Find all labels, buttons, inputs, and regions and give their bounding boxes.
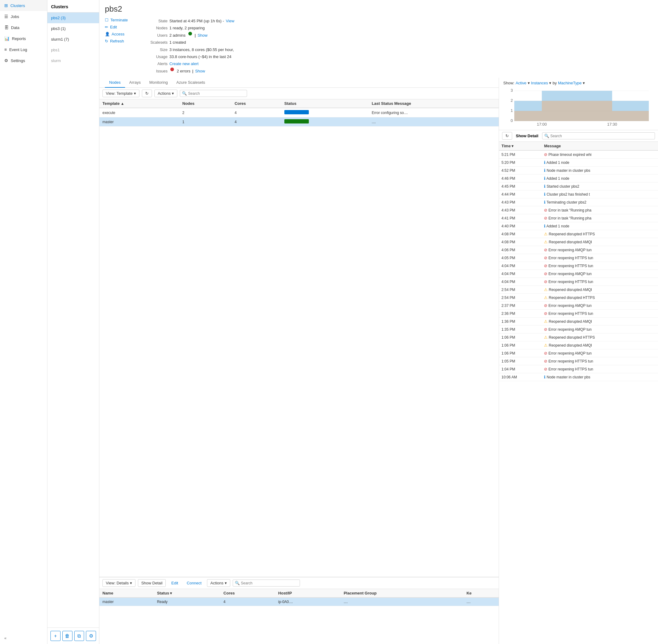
alerts-create-link[interactable]: Create new alert xyxy=(169,60,199,67)
sidebar-item-jobs[interactable]: ☰ Jobs xyxy=(0,11,47,22)
sidebar-item-data[interactable]: 🗄 Data xyxy=(0,22,47,33)
tab-nodes[interactable]: Nodes xyxy=(105,78,125,88)
list-item[interactable]: 4:06 PM ⊘ Error reopening AMQP tun xyxy=(499,246,658,254)
list-item[interactable]: 4:08 PM ⚠ Reopened disrupted HTTPS xyxy=(499,230,658,238)
sidebar-item-settings[interactable]: ⚙ Settings xyxy=(0,55,47,66)
chart-machinetype-link[interactable]: MachineType xyxy=(558,81,582,85)
table-row[interactable]: execute 2 4 Error configuring so.... xyxy=(99,108,499,117)
cluster-item-slurm[interactable]: slurm xyxy=(47,55,99,66)
connect-button[interactable]: Connect xyxy=(184,579,205,586)
add-cluster-button[interactable]: + xyxy=(50,631,61,641)
show-detail-button[interactable]: Show Detail xyxy=(138,579,166,587)
list-item[interactable]: 2:36 PM ⊘ Error reopening HTTPS tun xyxy=(499,309,658,318)
list-item[interactable]: 4:44 PM ℹ Cluster pbs2 has finished t xyxy=(499,190,658,198)
list-item[interactable]: 4:40 PM ℹ Added 1 node xyxy=(499,222,658,230)
list-item[interactable]: 2:54 PM ⚠ Reopened disrupted HTTPS xyxy=(499,294,658,302)
list-item[interactable]: 4:52 PM ℹ Node master in cluster pbs xyxy=(499,166,658,175)
chart-instances-link[interactable]: Instances xyxy=(531,81,548,85)
chart-active-link[interactable]: Active xyxy=(516,81,526,85)
sidebar-item-eventlog[interactable]: ≡ Event Log xyxy=(0,44,47,55)
chart-svg-container: 3 2 1 0 17:00 xyxy=(503,87,654,127)
sidebar-item-clusters[interactable]: ⊞ Clusters xyxy=(0,0,47,11)
list-item[interactable]: 4:45 PM ℹ Started cluster pbs2 xyxy=(499,182,658,190)
list-item[interactable]: 1:06 PM ⚠ Reopened disrupted AMQI xyxy=(499,341,658,349)
issues-show-link[interactable]: Show xyxy=(195,68,205,74)
cluster-settings-button[interactable]: ⚙ xyxy=(86,631,96,641)
lower-col-host[interactable]: Host/IP xyxy=(275,589,341,598)
list-item[interactable]: 1:36 PM ⚠ Reopened disrupted AMQI xyxy=(499,318,658,325)
info-icon: ℹ xyxy=(544,375,545,379)
cluster-item-pbs3[interactable]: pbs3 (1) xyxy=(47,23,99,34)
list-item[interactable]: 2:54 PM ⚠ Reopened disrupted AMQI xyxy=(499,286,658,294)
list-item[interactable]: 4:04 PM ⊘ Error reopening HTTPS tun xyxy=(499,262,658,270)
col-nodes[interactable]: Nodes xyxy=(179,99,231,108)
list-item[interactable]: 5:20 PM ℹ Added 1 node xyxy=(499,159,658,166)
lower-edit-button[interactable]: Edit xyxy=(168,579,181,586)
list-item[interactable]: 4:43 PM ⊘ Error in task "Running pha xyxy=(499,206,658,214)
access-button[interactable]: 👤 Access xyxy=(105,31,138,37)
event-time: 1:05 PM xyxy=(499,357,542,365)
lower-col-cores[interactable]: Cores xyxy=(221,589,275,598)
lower-search-input[interactable] xyxy=(241,581,298,585)
status-indicator xyxy=(285,110,309,114)
sidebar-collapse-button[interactable]: « xyxy=(0,632,47,644)
view-template-button[interactable]: View: Template ▾ xyxy=(103,90,139,97)
table-row[interactable]: master Ready 4 ip-0A0.... .... .... xyxy=(99,598,499,606)
event-search-input[interactable] xyxy=(550,134,653,138)
event-col-message[interactable]: Message xyxy=(542,142,658,151)
list-item[interactable]: 4:05 PM ⊘ Error reopening HTTPS tun xyxy=(499,254,658,262)
col-template[interactable]: Template ▲ xyxy=(99,99,179,108)
event-time: 5:21 PM xyxy=(499,151,542,159)
delete-cluster-button[interactable]: 🗑 xyxy=(62,631,72,641)
list-item[interactable]: 4:04 PM ⊘ Error reopening HTTPS tun xyxy=(499,278,658,286)
refresh-button[interactable]: ↻ Refresh xyxy=(105,39,138,44)
edit-button[interactable]: ✏ Edit xyxy=(105,24,138,30)
nodes-actions-button[interactable]: Actions ▾ xyxy=(154,90,178,97)
nodes-search-input[interactable] xyxy=(188,91,245,96)
tab-arrays[interactable]: Arrays xyxy=(125,78,145,88)
list-item[interactable]: 10:06 AM ℹ Node master in cluster pbs xyxy=(499,373,658,381)
lower-col-status[interactable]: Status ▾ xyxy=(154,589,220,598)
list-item[interactable]: 1:06 PM ⊘ Error reopening AMQP tun xyxy=(499,349,658,357)
list-item[interactable]: 1:04 PM ⊘ Error reopening HTTPS tun xyxy=(499,365,658,373)
list-item[interactable]: 5:21 PM ⊘ Phase timeout expired whi xyxy=(499,151,658,159)
event-time: 4:41 PM xyxy=(499,214,542,222)
list-item[interactable]: 1:35 PM ⊘ Error reopening AMQP tun xyxy=(499,325,658,334)
state-link[interactable]: View xyxy=(226,18,234,24)
event-refresh-button[interactable]: ↻ xyxy=(502,132,512,140)
col-last-status[interactable]: Last Status Message xyxy=(369,99,499,108)
col-status[interactable]: Status xyxy=(281,99,369,108)
list-item[interactable]: 4:43 PM ℹ Terminating cluster pbs2 xyxy=(499,198,658,206)
tab-azure-scalesets[interactable]: Azure Scalesets xyxy=(172,78,209,88)
cluster-item-pbs2[interactable]: pbs2 (3) xyxy=(47,13,99,23)
nodes-refresh-button[interactable]: ↻ xyxy=(142,90,152,97)
cluster-item-slurm1[interactable]: slurm1 (7) xyxy=(47,34,99,45)
lower-col-name[interactable]: Name xyxy=(99,589,154,598)
sidebar-item-reports[interactable]: 📊 Reports xyxy=(0,33,47,44)
chart-show-label: Show: xyxy=(503,81,514,85)
event-message: ⚠ Reopened disrupted AMQI xyxy=(542,238,658,246)
terminate-button[interactable]: ☐ Terminate xyxy=(105,18,138,23)
lower-actions-button[interactable]: Actions ▾ xyxy=(207,579,230,587)
view-details-button[interactable]: View: Details ▾ xyxy=(103,579,135,587)
main-content: pbs2 ☐ Terminate ✏ Edit 👤 Access ↻ Refre… xyxy=(99,0,658,644)
users-show-link[interactable]: Show xyxy=(198,32,208,39)
lower-col-placement[interactable]: Placement Group xyxy=(341,589,463,598)
event-time: 2:54 PM xyxy=(499,294,542,302)
list-item[interactable]: 4:04 PM ⊘ Error reopening AMQP tun xyxy=(499,270,658,278)
table-row[interactable]: master 1 4 .... xyxy=(99,117,499,127)
event-search-box: 🔍 xyxy=(542,132,655,139)
copy-cluster-button[interactable]: ⧉ xyxy=(74,631,84,641)
list-item[interactable]: 1:05 PM ⊘ Error reopening HTTPS tun xyxy=(499,357,658,365)
lower-col-ke[interactable]: Ke xyxy=(463,589,499,598)
col-cores[interactable]: Cores xyxy=(231,99,281,108)
event-col-time[interactable]: Time ▾ xyxy=(499,142,542,151)
cluster-item-pbs1[interactable]: pbs1 xyxy=(47,45,99,55)
event-time: 1:06 PM xyxy=(499,349,542,357)
list-item[interactable]: 4:46 PM ℹ Added 1 node xyxy=(499,175,658,182)
tab-monitoring[interactable]: Monitoring xyxy=(145,78,172,88)
list-item[interactable]: 1:06 PM ⚠ Reopened disrupted HTTPS xyxy=(499,334,658,341)
list-item[interactable]: 4:41 PM ⊘ Error in task "Running pha xyxy=(499,214,658,222)
list-item[interactable]: 4:08 PM ⚠ Reopened disrupted AMQI xyxy=(499,238,658,246)
list-item[interactable]: 2:37 PM ⊘ Error reopening AMQP tun xyxy=(499,302,658,309)
